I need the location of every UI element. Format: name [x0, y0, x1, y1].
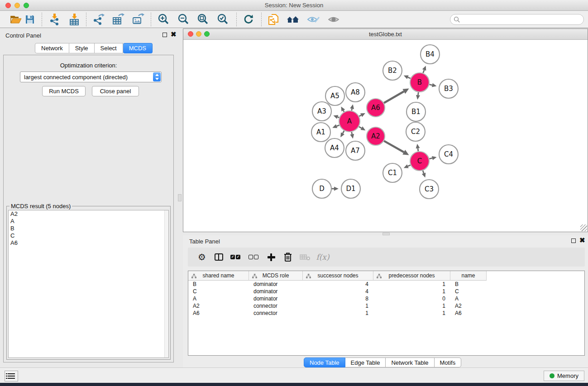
tab-network-table[interactable]: Network Table — [386, 357, 434, 367]
table-cell[interactable]: 8 — [303, 295, 373, 302]
tab-style[interactable]: Style — [69, 43, 95, 53]
mcds-result-item[interactable]: B — [9, 225, 168, 232]
node-table[interactable]: shared nameMCDS rolesuccessor nodesprede… — [188, 271, 585, 356]
tab-node-table[interactable]: Node Table — [304, 357, 345, 367]
close-panel-button[interactable]: Close panel — [92, 86, 139, 96]
network-window-titlebar[interactable]: testGlobe.txt — [183, 29, 588, 40]
close-table-panel-icon[interactable]: ✖ — [579, 236, 585, 245]
column-header-shared-name[interactable]: shared name — [188, 271, 249, 281]
edge-A-A2[interactable] — [359, 127, 362, 128]
zoom-selected-icon[interactable] — [216, 13, 229, 26]
column-header-predecessor-nodes[interactable]: predecessor nodes — [373, 271, 450, 281]
run-mcds-button[interactable]: Run MCDS — [42, 86, 86, 96]
criterion-select[interactable]: largest connected component (directed) — [20, 71, 162, 82]
table-cell[interactable]: 1 — [373, 288, 450, 295]
table-cell[interactable]: B — [188, 281, 249, 288]
edge-C-C2[interactable] — [418, 148, 418, 152]
table-cell[interactable]: 1 — [373, 302, 450, 310]
first-neighbors-icon[interactable] — [286, 13, 300, 26]
export-table-icon[interactable] — [111, 13, 125, 26]
table-row[interactable]: A6connector11A6 — [188, 310, 584, 317]
table-cell[interactable]: A — [188, 295, 249, 302]
column-header-name[interactable]: name — [450, 271, 487, 281]
edge-A-A3[interactable] — [338, 117, 339, 118]
search-input[interactable] — [460, 15, 583, 24]
edge-B-B4[interactable] — [423, 70, 424, 73]
edge-B-B2[interactable] — [408, 77, 411, 79]
table-cell[interactable]: A2 — [450, 302, 487, 310]
table-cell[interactable]: dominator — [249, 288, 303, 295]
table-cell[interactable]: C — [450, 288, 487, 295]
memory-button[interactable]: Memory — [544, 371, 584, 381]
table-cell[interactable]: 4 — [303, 288, 373, 295]
table-cell[interactable]: A2 — [188, 302, 249, 310]
table-cell[interactable]: connector — [249, 302, 303, 310]
mcds-result-item[interactable]: A — [9, 218, 168, 225]
table-cell[interactable]: dominator — [249, 281, 303, 288]
vertical-split-grip[interactable] — [178, 194, 182, 201]
settings-icon[interactable]: ⚙ — [195, 250, 209, 264]
tab-motifs[interactable]: Motifs — [435, 357, 462, 367]
table-cell[interactable]: dominator — [249, 295, 303, 302]
mcds-result-item[interactable]: A2 — [9, 210, 168, 218]
column-header-MCDS-role[interactable]: MCDS role — [249, 271, 303, 281]
export-network-icon[interactable] — [92, 13, 105, 26]
network-canvas[interactable]: B4B2BB3A5A8A6A3B1AA1C2A2A4A7C4CC1C3DD1 — [184, 40, 587, 231]
table-cell[interactable]: 1 — [303, 310, 373, 317]
split-view-icon[interactable] — [212, 250, 225, 264]
tab-mcds[interactable]: MCDS — [123, 43, 153, 53]
delete-table-icon[interactable] — [298, 250, 312, 264]
edge-A-A7[interactable] — [352, 132, 352, 134]
close-panel-icon[interactable]: ✖ — [171, 30, 177, 39]
delete-columns-icon[interactable] — [281, 250, 295, 264]
table-cell[interactable]: 1 — [373, 281, 450, 288]
save-session-icon[interactable] — [23, 13, 37, 26]
edge-C-C3[interactable] — [423, 171, 424, 173]
table-row[interactable]: Cdominator41C — [188, 288, 584, 295]
zoom-fit-icon[interactable] — [196, 13, 210, 26]
table-row[interactable]: Adominator80A — [188, 295, 584, 302]
network-graph[interactable]: B4B2BB3A5A8A6A3B1AA1C2A2A4A7C4CC1C3DD1 — [184, 40, 587, 231]
edge-A-A1[interactable] — [337, 125, 339, 126]
edge-A6-B[interactable] — [384, 91, 404, 103]
table-cell[interactable]: connector — [249, 310, 303, 317]
edge-A-A6[interactable] — [359, 115, 361, 116]
zoom-in-icon[interactable] — [157, 13, 170, 26]
edge-A-A4[interactable] — [343, 131, 344, 133]
table-cell[interactable]: A — [450, 295, 487, 302]
table-cell[interactable]: 1 — [303, 302, 373, 310]
edge-A-A5[interactable] — [343, 110, 344, 112]
mcds-result-item[interactable]: C — [9, 232, 168, 239]
export-image-icon[interactable] — [131, 13, 145, 26]
scrollbar-track[interactable] — [164, 210, 168, 357]
table-cell[interactable]: B — [450, 281, 487, 288]
edge-B-B3[interactable] — [429, 85, 432, 85]
import-table-icon[interactable] — [68, 13, 81, 26]
table-row[interactable]: A2connector11A2 — [188, 302, 584, 310]
tab-edge-table[interactable]: Edge Table — [345, 357, 386, 367]
zoom-out-icon[interactable] — [177, 13, 190, 26]
table-cell[interactable]: 0 — [373, 295, 450, 302]
open-session-icon[interactable] — [9, 13, 23, 26]
add-column-icon[interactable] — [264, 250, 278, 264]
table-cell[interactable]: C — [188, 288, 249, 295]
search-field[interactable] — [450, 14, 584, 25]
edge-A-A8[interactable] — [352, 109, 352, 110]
float-table-panel-icon[interactable] — [571, 238, 576, 243]
tab-network[interactable]: Network — [35, 43, 69, 53]
table-row[interactable]: Bdominator41B — [188, 281, 584, 288]
show-all-icon[interactable] — [327, 13, 340, 26]
hide-selected-icon[interactable] — [306, 13, 320, 26]
refresh-icon[interactable] — [242, 13, 255, 26]
table-cell[interactable]: 1 — [373, 310, 450, 317]
new-network-from-selection-icon[interactable] — [267, 13, 280, 26]
column-header-successor-nodes[interactable]: successor nodes — [303, 271, 373, 281]
edge-B-B1[interactable] — [418, 92, 419, 95]
panel-menu-icon[interactable] — [5, 371, 18, 381]
select-all-checkboxes-icon[interactable]: ✓✓ — [229, 250, 242, 264]
table-cell[interactable]: A6 — [450, 310, 487, 317]
table-cell[interactable]: A6 — [188, 310, 249, 317]
deselect-all-checkboxes-icon[interactable] — [247, 250, 260, 264]
edge-A2-C[interactable] — [384, 141, 404, 152]
resize-grip-icon[interactable] — [580, 224, 587, 231]
